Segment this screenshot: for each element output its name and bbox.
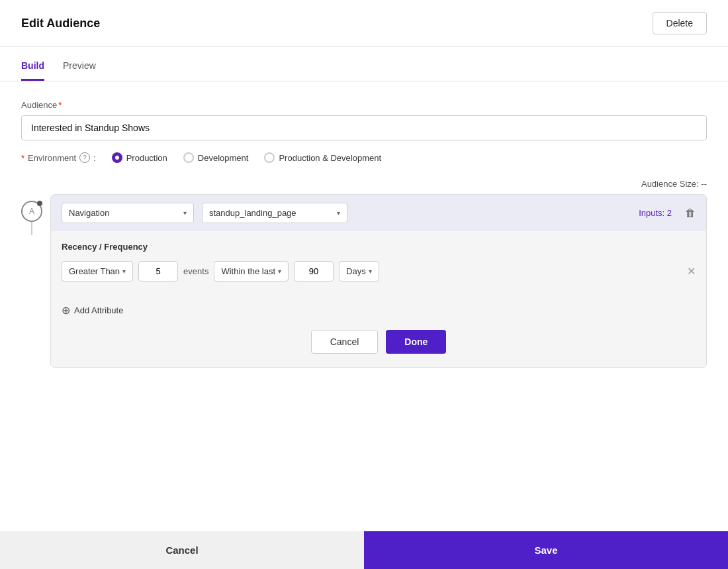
audience-input[interactable] (21, 115, 707, 140)
time-range-label: Within the last (221, 266, 275, 276)
radio-label-prod-dev: Production & Development (279, 153, 381, 163)
close-recency-row-icon[interactable]: ✕ (687, 265, 696, 278)
page-title: Edit Audience (21, 17, 100, 30)
radio-label-development: Development (198, 153, 249, 163)
node-indicator: A (21, 201, 42, 235)
radio-circle-production (112, 152, 122, 163)
add-attribute-label: Add Attribute (74, 305, 123, 315)
node-connector (31, 222, 32, 235)
card-actions: Cancel Done (51, 317, 706, 367)
audience-size-value: -- (701, 179, 707, 189)
condition-card: Navigation ▾ standup_landing_page ▾ Inpu… (50, 194, 707, 368)
inputs-link[interactable]: Inputs: 2 (639, 208, 672, 218)
add-attribute-row[interactable]: ⊕ Add Attribute (51, 295, 706, 317)
done-button[interactable]: Done (386, 330, 446, 354)
days-unit-chevron: ▾ (369, 268, 372, 275)
event-label: standup_landing_page (209, 208, 296, 218)
comparator-label: Greater Than (69, 266, 120, 276)
navigation-dropdown[interactable]: Navigation ▾ (62, 203, 194, 223)
tab-preview[interactable]: Preview (63, 52, 96, 81)
recency-title: Recency / Frequency (62, 242, 696, 252)
audience-size-label: Audience Size: (641, 179, 699, 189)
footer-cancel-button[interactable]: Cancel (0, 531, 364, 569)
help-icon[interactable]: ? (79, 152, 90, 163)
time-range-chevron: ▾ (278, 268, 281, 275)
recency-row: Greater Than ▾ events Within the last ▾ … (62, 261, 696, 282)
footer: Cancel Save (0, 531, 728, 569)
recency-section: Recency / Frequency Greater Than ▾ event… (51, 231, 706, 295)
radio-development[interactable]: Development (183, 152, 249, 163)
radio-production[interactable]: Production (112, 152, 167, 163)
condition-header: Navigation ▾ standup_landing_page ▾ Inpu… (51, 195, 706, 231)
footer-save-button[interactable]: Save (364, 531, 728, 569)
radio-circle-development (183, 152, 194, 163)
tab-build[interactable]: Build (21, 52, 44, 81)
radio-circle-prod-dev (264, 152, 275, 163)
node-circle: A (21, 201, 42, 222)
radio-prod-dev[interactable]: Production & Development (264, 152, 381, 163)
events-label: events (183, 266, 208, 276)
add-attribute-icon: ⊕ (62, 304, 70, 317)
delete-button[interactable]: Delete (653, 12, 707, 34)
navigation-label: Navigation (69, 208, 109, 218)
environment-label: * Environment ? : (21, 152, 96, 163)
radio-label-production: Production (126, 153, 167, 163)
days-unit-label: Days (346, 266, 366, 276)
comparator-chevron: ▾ (122, 268, 126, 275)
navigation-chevron: ▾ (183, 209, 187, 217)
tabs-bar: Build Preview (0, 52, 728, 81)
node-dot (37, 201, 42, 206)
cancel-card-button[interactable]: Cancel (311, 330, 379, 354)
event-chevron: ▾ (337, 209, 340, 217)
count-input[interactable] (138, 261, 178, 282)
audience-field-label: Audience* (21, 100, 707, 110)
event-dropdown[interactable]: standup_landing_page ▾ (202, 203, 347, 223)
env-required-marker: * (21, 153, 24, 163)
days-value-input[interactable] (294, 261, 334, 282)
comparator-dropdown[interactable]: Greater Than ▾ (62, 261, 133, 282)
time-range-dropdown[interactable]: Within the last ▾ (214, 261, 289, 282)
delete-condition-icon[interactable]: 🗑 (685, 207, 696, 219)
days-unit-dropdown[interactable]: Days ▾ (339, 261, 379, 282)
node-letter: A (29, 207, 34, 216)
required-marker: * (58, 100, 62, 110)
